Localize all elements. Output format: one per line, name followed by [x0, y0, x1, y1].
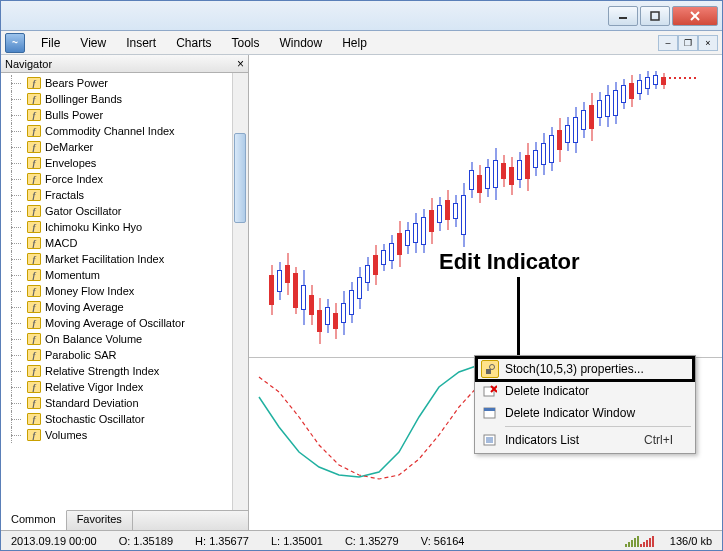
candlestick — [637, 74, 642, 100]
candlestick — [661, 73, 666, 89]
candlestick — [509, 157, 514, 195]
price-dot — [694, 77, 696, 79]
tree-item[interactable]: fMomentum — [3, 267, 248, 283]
indicator-icon: f — [27, 269, 41, 281]
candlestick — [493, 148, 498, 200]
window-close-button[interactable] — [672, 6, 718, 26]
indicator-icon: f — [27, 109, 41, 121]
tree-item[interactable]: fGator Oscillator — [3, 203, 248, 219]
tree-item[interactable]: fBollinger Bands — [3, 91, 248, 107]
tree-item[interactable]: fDeMarker — [3, 139, 248, 155]
indicator-icon: f — [27, 349, 41, 361]
candlestick — [469, 162, 474, 198]
svg-rect-5 — [486, 369, 491, 374]
candlestick — [581, 102, 586, 138]
menu-file[interactable]: File — [31, 32, 70, 54]
mdi-close-button[interactable]: × — [698, 35, 718, 51]
candlestick — [341, 291, 346, 335]
tree-item[interactable]: fVolumes — [3, 427, 248, 443]
indicator-icon: f — [27, 189, 41, 201]
ctx-indicators-list[interactable]: Indicators List Ctrl+I — [477, 429, 693, 451]
candlestick — [285, 253, 290, 295]
tree-item-label: Standard Deviation — [45, 397, 139, 409]
tree-item-label: Relative Vigor Index — [45, 381, 143, 393]
window-maximize-button[interactable] — [640, 6, 670, 26]
tree-item[interactable]: fFractals — [3, 187, 248, 203]
status-high: H: 1.35677 — [189, 535, 255, 547]
tree-item-label: Fractals — [45, 189, 84, 201]
window-minimize-button[interactable] — [608, 6, 638, 26]
navigator-scrollbar[interactable] — [232, 73, 248, 510]
candlestick — [613, 82, 618, 124]
navigator-close-button[interactable]: × — [237, 57, 244, 71]
tree-item[interactable]: fStandard Deviation — [3, 395, 248, 411]
candlestick — [277, 262, 282, 300]
status-traffic: 136/0 kb — [664, 535, 718, 547]
tree-item[interactable]: fMarket Facilitation Index — [3, 251, 248, 267]
candlestick — [453, 195, 458, 227]
candlestick — [629, 75, 634, 107]
tree-item[interactable]: fIchimoku Kinko Hyo — [3, 219, 248, 235]
app-icon: ~ — [5, 33, 25, 53]
mdi-minimize-button[interactable]: – — [658, 35, 678, 51]
navigator-tree[interactable]: fBears PowerfBollinger BandsfBulls Power… — [1, 73, 248, 510]
candlestick — [429, 198, 434, 244]
tree-item-label: Bulls Power — [45, 109, 103, 121]
indicator-icon: f — [27, 333, 41, 345]
tree-item-label: Market Facilitation Index — [45, 253, 164, 265]
tree-item[interactable]: fBulls Power — [3, 107, 248, 123]
svg-point-4 — [490, 365, 495, 370]
tree-item[interactable]: fMoving Average of Oscillator — [3, 315, 248, 331]
ctx-indicators-list-label: Indicators List — [505, 433, 579, 447]
ctx-delete-indicator-label: Delete Indicator — [505, 384, 589, 398]
ctx-indicator-properties[interactable]: Stoch(10,5,3) properties... — [477, 358, 693, 380]
tree-item[interactable]: fCommodity Channel Index — [3, 123, 248, 139]
candlestick — [525, 143, 530, 191]
price-dot — [674, 77, 676, 79]
indicator-icon: f — [27, 413, 41, 425]
menu-view[interactable]: View — [70, 32, 116, 54]
tree-item-label: Volumes — [45, 429, 87, 441]
navigator-scroll-thumb[interactable] — [234, 133, 246, 223]
menu-tools[interactable]: Tools — [222, 32, 270, 54]
candlestick — [653, 71, 658, 89]
indicator-icon: f — [27, 157, 41, 169]
price-dot — [669, 77, 671, 79]
candlestick — [565, 117, 570, 151]
menu-insert[interactable]: Insert — [116, 32, 166, 54]
tree-item[interactable]: fStochastic Oscillator — [3, 411, 248, 427]
menu-charts[interactable]: Charts — [166, 32, 221, 54]
candlestick — [437, 197, 442, 231]
tree-item-label: Ichimoku Kinko Hyo — [45, 221, 142, 233]
candlestick — [573, 107, 578, 153]
mdi-restore-button[interactable]: ❐ — [678, 35, 698, 51]
tree-item-label: Money Flow Index — [45, 285, 134, 297]
tree-item[interactable]: fForce Index — [3, 171, 248, 187]
delete-indicator-icon — [481, 382, 499, 400]
tree-item[interactable]: fMACD — [3, 235, 248, 251]
tree-item[interactable]: fRelative Strength Index — [3, 363, 248, 379]
chart-area[interactable]: Edit Indicator Stoch(10,5,3) properties.… — [249, 55, 722, 530]
tree-item[interactable]: fEnvelopes — [3, 155, 248, 171]
menu-help[interactable]: Help — [332, 32, 377, 54]
status-low: L: 1.35001 — [265, 535, 329, 547]
navigator-tab-favorites[interactable]: Favorites — [67, 511, 133, 530]
tree-item[interactable]: fMoving Average — [3, 299, 248, 315]
tree-item-label: Relative Strength Index — [45, 365, 159, 377]
tree-item-label: Stochastic Oscillator — [45, 413, 145, 425]
candlestick — [365, 257, 370, 291]
tree-item[interactable]: fBears Power — [3, 75, 248, 91]
price-dot — [679, 77, 681, 79]
status-open: O: 1.35189 — [113, 535, 179, 547]
indicator-icon: f — [27, 237, 41, 249]
tree-item-label: Momentum — [45, 269, 100, 281]
navigator-tab-common[interactable]: Common — [1, 510, 67, 530]
ctx-delete-indicator-window[interactable]: Delete Indicator Window — [477, 402, 693, 424]
ctx-delete-indicator[interactable]: Delete Indicator — [477, 380, 693, 402]
menu-window[interactable]: Window — [270, 32, 333, 54]
tree-item[interactable]: fRelative Vigor Index — [3, 379, 248, 395]
tree-item[interactable]: fMoney Flow Index — [3, 283, 248, 299]
tree-item[interactable]: fOn Balance Volume — [3, 331, 248, 347]
candlestick — [301, 270, 306, 325]
tree-item[interactable]: fParabolic SAR — [3, 347, 248, 363]
